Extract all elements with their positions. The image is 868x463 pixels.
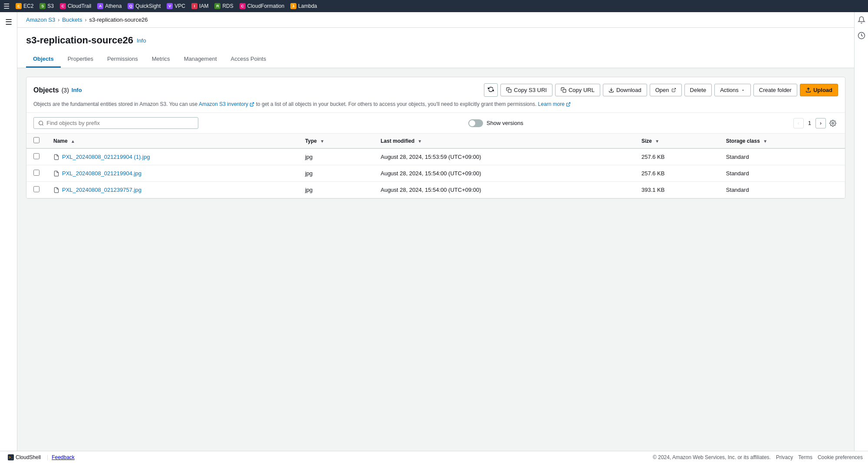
delete-button[interactable]: Delete — [684, 84, 712, 96]
inventory-link[interactable]: Amazon S3 inventory — [199, 101, 248, 107]
search-icon — [38, 120, 44, 126]
row-checkbox-1[interactable] — [33, 170, 39, 176]
svg-rect-1 — [563, 89, 566, 92]
search-input[interactable] — [46, 120, 194, 126]
hamburger-menu[interactable]: ☰ — [3, 2, 10, 10]
main-content: Amazon S3 › Buckets › s3-replication-sou… — [17, 12, 868, 463]
pagination: ‹ 1 › — [793, 118, 838, 128]
row-checkbox-2[interactable] — [33, 186, 39, 192]
nav-item-rds[interactable]: RRDS — [212, 2, 236, 10]
toggle-track — [468, 119, 483, 127]
tab-management[interactable]: Management — [177, 51, 224, 68]
cloudshell-button[interactable]: >_ CloudShell — [5, 453, 43, 461]
nav-item-cloudformation[interactable]: CCloudFormation — [237, 2, 287, 10]
row-modified-2: August 28, 2024, 15:54:00 (UTC+09:00) — [374, 182, 635, 198]
sidebar-hamburger-icon[interactable]: ☰ — [5, 17, 12, 27]
svg-point-9 — [832, 122, 834, 124]
feedback-link[interactable]: Feedback — [52, 454, 75, 460]
table-row: PXL_20240808_021219904 (1).jpg jpg Augus… — [26, 148, 845, 165]
terms-link[interactable]: Terms — [798, 454, 812, 460]
rds-icon: R — [214, 3, 220, 9]
cookie-preferences-link[interactable]: Cookie preferences — [818, 454, 863, 460]
ec2-icon: E — [16, 3, 22, 9]
nav-item-vpc[interactable]: VVPC — [164, 2, 188, 10]
objects-panel: Objects (3) Info — [26, 77, 845, 199]
table-row: PXL_20240808_021219904.jpg jpg August 28… — [26, 165, 845, 182]
copy-s3-uri-button[interactable]: Copy S3 URI — [500, 84, 552, 96]
file-icon-0 — [53, 154, 59, 160]
lambda-icon: λ — [290, 3, 296, 9]
tab-permissions[interactable]: Permissions — [100, 51, 145, 68]
file-link-0[interactable]: PXL_20240808_021219904 (1).jpg — [53, 154, 291, 160]
row-checkbox-0[interactable] — [33, 153, 39, 159]
privacy-link[interactable]: Privacy — [776, 454, 793, 460]
tab-metrics[interactable]: Metrics — [145, 51, 177, 68]
copy-url-button[interactable]: Copy URL — [555, 84, 600, 96]
open-button[interactable]: Open — [650, 84, 682, 96]
nav-item-s3[interactable]: SS3 — [37, 2, 56, 10]
clock-icon[interactable] — [857, 31, 866, 40]
svg-line-6 — [568, 103, 570, 105]
quicksight-label: QuickSight — [135, 3, 161, 9]
footer: >_ CloudShell | Feedback © 2024, Amazon … — [0, 451, 868, 463]
breadcrumb-amazons3[interactable]: Amazon S3 — [26, 16, 55, 23]
col-size[interactable]: Size ▼ — [635, 134, 719, 148]
cloudformation-icon: C — [240, 3, 246, 9]
row-storage-0: Standard — [719, 148, 845, 165]
col-type[interactable]: Type ▼ — [298, 134, 374, 148]
file-link-2[interactable]: PXL_20240808_021239757.jpg — [53, 187, 291, 193]
lambda-label: Lambda — [298, 3, 317, 9]
breadcrumb-buckets[interactable]: Buckets — [62, 16, 82, 23]
table-settings-button[interactable] — [828, 118, 838, 128]
page-title: s3-replication-source26 — [26, 35, 133, 46]
select-all-checkbox[interactable] — [33, 137, 39, 143]
page-info-link[interactable]: Info — [137, 37, 146, 44]
col-last-modified[interactable]: Last modified ▼ — [374, 134, 635, 148]
file-link-1[interactable]: PXL_20240808_021219904.jpg — [53, 170, 291, 177]
panel-title-text: Objects — [33, 86, 59, 94]
nav-item-quicksight[interactable]: QQuickSight — [125, 2, 163, 10]
search-container — [33, 117, 198, 129]
row-size-1: 257.6 KB — [635, 165, 719, 182]
col-name[interactable]: Name ▲ — [46, 134, 298, 148]
tab-access-points[interactable]: Access Points — [224, 51, 273, 68]
iam-icon: I — [191, 3, 197, 9]
panel-info-link[interactable]: Info — [72, 87, 82, 93]
svg-point-7 — [39, 121, 43, 125]
nav-item-athena[interactable]: AAthena — [95, 2, 124, 10]
refresh-button[interactable] — [484, 83, 498, 97]
breadcrumb: Amazon S3 › Buckets › s3-replication-sou… — [17, 12, 854, 28]
sidebar-toggle[interactable]: ☰ — [0, 12, 17, 463]
nav-item-iam[interactable]: IIAM — [189, 2, 211, 10]
col-storage-class[interactable]: Storage class ▼ — [719, 134, 845, 148]
next-page-button[interactable]: › — [815, 118, 826, 128]
versions-toggle-switch[interactable] — [468, 119, 483, 127]
nav-item-ec2[interactable]: EEC2 — [13, 2, 36, 10]
download-button[interactable]: Download — [603, 84, 647, 96]
nav-item-cloudtrail[interactable]: CCloudTrail — [57, 2, 94, 10]
actions-button[interactable]: Actions — [714, 84, 751, 96]
notifications-icon[interactable] — [857, 16, 866, 24]
prev-page-button[interactable]: ‹ — [793, 118, 804, 128]
file-icon-2 — [53, 187, 59, 193]
breadcrumb-current: s3-replication-source26 — [89, 16, 148, 23]
create-folder-button[interactable]: Create folder — [753, 84, 797, 96]
row-type-2: jpg — [298, 182, 374, 198]
nav-item-lambda[interactable]: λLambda — [288, 2, 319, 10]
toolbar: Copy S3 URI Copy URL — [484, 83, 838, 97]
footer-right: © 2024, Amazon Web Services, Inc. or its… — [653, 454, 863, 460]
row-size-0: 257.6 KB — [635, 148, 719, 165]
learn-more-link[interactable]: Learn more — [538, 101, 565, 107]
side-panel — [854, 12, 868, 451]
top-navigation: ☰ EEC2SS3CCloudTrailAAthenaQQuickSightVV… — [0, 0, 868, 12]
svg-line-3 — [673, 88, 675, 90]
iam-label: IAM — [199, 3, 208, 9]
tab-objects[interactable]: Objects — [26, 51, 61, 68]
ec2-label: EC2 — [23, 3, 33, 9]
upload-button[interactable]: Upload — [800, 84, 838, 96]
panel-title: Objects (3) Info — [33, 86, 82, 94]
filter-row: Show versions ‹ 1 › — [26, 113, 845, 134]
athena-icon: A — [97, 3, 103, 9]
tab-properties[interactable]: Properties — [61, 51, 100, 68]
cloudtrail-label: CloudTrail — [68, 3, 91, 9]
